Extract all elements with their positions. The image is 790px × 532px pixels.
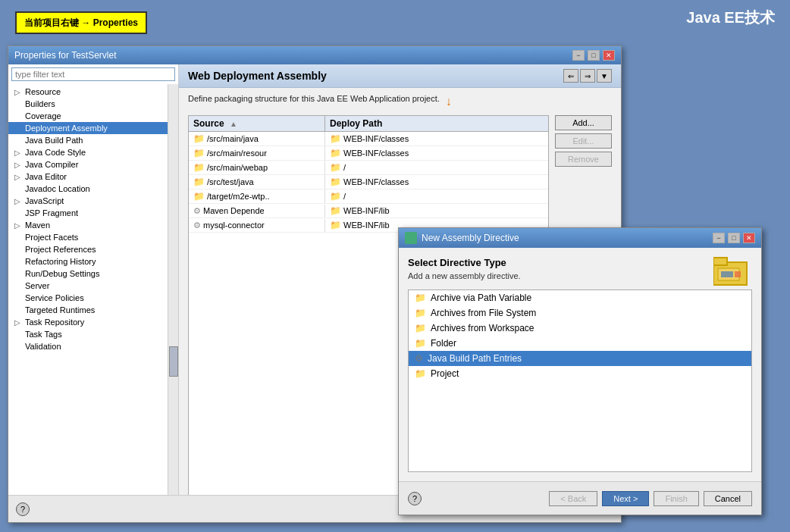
row-deploy: 📁 WEB-INF/lib <box>325 204 548 217</box>
folder-icon: 📁 <box>330 133 341 144</box>
directive-list: 📁 Archive via Path Variable 📁 Archives f… <box>408 289 752 472</box>
assembly-minimize-button[interactable]: − <box>713 233 725 243</box>
nav-forward-button[interactable]: ⇒ <box>580 69 595 83</box>
tree-item-task-tags[interactable]: Task Tags <box>8 328 178 340</box>
directive-item-java-build-path[interactable]: ⚙ Java Build Path Entries <box>409 351 751 366</box>
table-row[interactable]: 📁 /target/m2e-wtp.. 📁 / <box>189 189 548 204</box>
tree-item-coverage[interactable]: Coverage <box>8 110 178 122</box>
directive-item-project[interactable]: 📁 Project <box>409 366 751 381</box>
assembly-maximize-button[interactable]: □ <box>728 233 740 243</box>
tree-label: Java Build Path <box>25 136 83 145</box>
tree-item-maven[interactable]: ▷ Maven <box>8 219 178 231</box>
scrollbar-thumb[interactable] <box>169 346 178 377</box>
help-button[interactable]: ? <box>16 502 30 516</box>
folder-icon: 📁 <box>330 148 341 158</box>
next-button[interactable]: Next > <box>602 491 649 506</box>
tree-label: Project Facets <box>25 233 78 242</box>
tree-item-project-references[interactable]: Project References <box>8 243 178 255</box>
directive-label: Archives from File System <box>431 308 536 318</box>
maximize-button[interactable]: □ <box>588 50 600 61</box>
tree-label: Java Compiler <box>25 160 78 169</box>
tree-item-project-facets[interactable]: Project Facets <box>8 231 178 243</box>
tree-label: Validation <box>25 342 61 351</box>
source-text: /src/test/java <box>207 177 254 186</box>
assembly-help-button[interactable]: ? <box>408 492 422 505</box>
tree-item-javadoc[interactable]: Javadoc Location <box>8 183 178 195</box>
tree-scroll: ▷ Resource Builders Coverage Deployment … <box>8 84 178 521</box>
directive-item-folder[interactable]: 📁 Folder <box>409 336 751 351</box>
tree-label: Javadoc Location <box>25 184 90 193</box>
table-header: Source ▲ Deploy Path <box>189 116 548 132</box>
folder-icon: 📁 <box>415 338 426 349</box>
expand-icon: ▷ <box>14 149 22 157</box>
add-button[interactable]: Add... <box>555 115 612 130</box>
tree-label: Deployment Assembly <box>25 124 108 133</box>
source-text: mysql-connector <box>203 221 265 230</box>
tree-item-run-debug[interactable]: Run/Debug Settings <box>8 268 178 280</box>
annotation-box: 当前项目右键 → Properties <box>15 11 147 34</box>
assembly-close-button[interactable]: ✕ <box>743 233 755 243</box>
folder-icon: 📁 <box>193 191 205 202</box>
directive-item-archive-fs[interactable]: 📁 Archives from File System <box>409 305 751 321</box>
footer-left: ? <box>408 492 422 505</box>
tree-item-java-build-path[interactable]: Java Build Path <box>8 134 178 146</box>
deploy-text: / <box>343 192 346 201</box>
tree-item-validation[interactable]: Validation <box>8 340 178 352</box>
assembly-folder-icon <box>713 255 750 291</box>
tree-item-resource[interactable]: ▷ Resource <box>8 86 178 98</box>
assembly-section-title: Select Directive Type <box>408 257 752 268</box>
folder-icon: 📁 <box>415 308 426 318</box>
nav-dropdown-button[interactable]: ▼ <box>597 69 612 83</box>
tree-item-java-editor[interactable]: ▷ Java Editor <box>8 171 178 183</box>
table-row[interactable]: 📁 /src/main/resour 📁 WEB-INF/classes <box>189 146 548 161</box>
table-row[interactable]: ⚙ Maven Depende 📁 WEB-INF/lib <box>189 204 548 218</box>
table-row[interactable]: 📁 /src/test/java 📁 WEB-INF/classes <box>189 175 548 189</box>
tree-item-targeted-runtimes[interactable]: Targeted Runtimes <box>8 304 178 316</box>
tree-item-javascript[interactable]: ▷ JavaScript <box>8 195 178 207</box>
top-bar: 当前项目右键 → Properties Java EE技术 <box>0 0 790 45</box>
panel-header: Web Deployment Assembly ⇐ ⇒ ▼ <box>179 64 621 88</box>
svg-rect-3 <box>721 271 733 277</box>
tree-scrollbar[interactable] <box>168 84 178 521</box>
cancel-button[interactable]: Cancel <box>704 491 752 506</box>
nav-back-button[interactable]: ⇐ <box>563 69 578 83</box>
filter-input[interactable] <box>11 67 175 81</box>
directive-item-archive-path[interactable]: 📁 Archive via Path Variable <box>409 290 751 305</box>
edit-button[interactable]: Edit... <box>555 133 612 149</box>
folder-icon: 📁 <box>193 133 205 144</box>
table-row[interactable]: 📁 /src/main/webap 📁 / <box>189 161 548 175</box>
nav-arrows: ⇐ ⇒ ▼ <box>563 69 612 83</box>
row-source: 📁 /src/test/java <box>189 175 325 189</box>
row-deploy: 📁 WEB-INF/classes <box>325 175 548 189</box>
directive-item-archive-ws[interactable]: 📁 Archives from Workspace <box>409 321 751 336</box>
folder-icon: 📁 <box>330 162 341 173</box>
remove-button[interactable]: Remove <box>555 152 612 167</box>
tree-item-builders[interactable]: Builders <box>8 98 178 110</box>
folder-icon: 📁 <box>330 177 341 187</box>
footer-buttons: < Back Next > Finish Cancel <box>549 491 752 506</box>
minimize-button[interactable]: − <box>572 50 585 61</box>
tree-item-java-code-style[interactable]: ▷ Java Code Style <box>8 146 178 158</box>
close-button[interactable]: ✕ <box>603 50 615 61</box>
tree-item-deployment-assembly[interactable]: Deployment Assembly <box>8 122 178 134</box>
folder-icon: 📁 <box>330 191 341 202</box>
tree-label: Task Repository <box>25 318 84 327</box>
source-text: /src/main/resour <box>207 149 267 158</box>
tree-item-jsp-fragment[interactable]: JSP Fragment <box>8 207 178 219</box>
finish-button[interactable]: Finish <box>654 491 698 506</box>
tree-item-refactoring[interactable]: Refactoring History <box>8 255 178 268</box>
tree-item-server[interactable]: Server <box>8 280 178 292</box>
tree-item-task-repository[interactable]: ▷ Task Repository <box>8 316 178 328</box>
deploy-text: WEB-INF/lib <box>343 221 390 230</box>
tree-label: Resource <box>25 87 61 96</box>
tree-label: Run/Debug Settings <box>25 269 99 278</box>
table-row[interactable]: 📁 /src/main/java 📁 WEB-INF/classes <box>189 132 548 146</box>
directive-label: Archives from Workspace <box>431 323 534 333</box>
orange-down-arrow: ↓ <box>446 95 452 108</box>
assembly-body: Select Directive Type Add a new assembly… <box>399 248 761 481</box>
assembly-dialog: New Assembly Directive − □ ✕ Select Dire… <box>398 227 762 515</box>
tree-item-service-policies[interactable]: Service Policies <box>8 292 178 304</box>
back-button[interactable]: < Back <box>549 491 597 506</box>
tree-label: Server <box>25 281 49 290</box>
tree-item-java-compiler[interactable]: ▷ Java Compiler <box>8 158 178 171</box>
